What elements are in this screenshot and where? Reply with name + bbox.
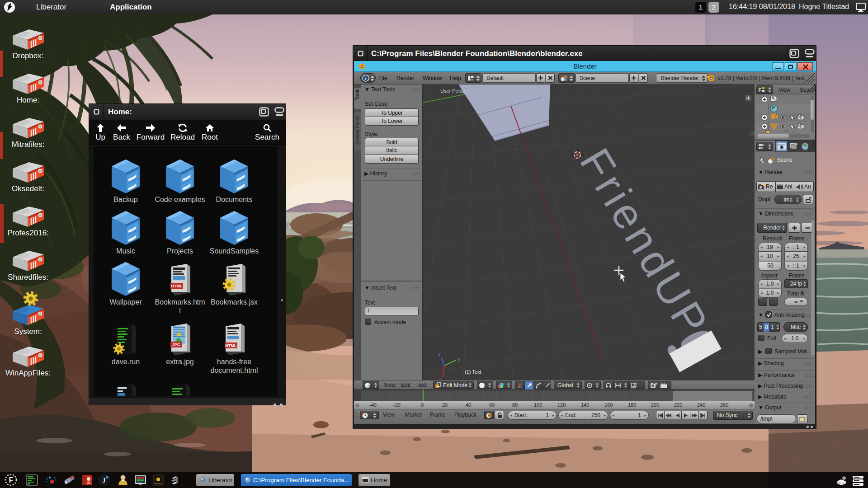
svg-text:(1) Text: (1) Text <box>465 369 481 375</box>
svg-text:x: x <box>439 377 441 380</box>
svg-text:i: i <box>365 76 367 81</box>
svg-text:y: y <box>458 357 460 362</box>
svg-text:J: J <box>102 477 106 484</box>
svg-text:z: z <box>438 352 440 357</box>
svg-text:F: F <box>9 476 14 484</box>
svg-text:User Persp: User Persp <box>440 88 465 94</box>
